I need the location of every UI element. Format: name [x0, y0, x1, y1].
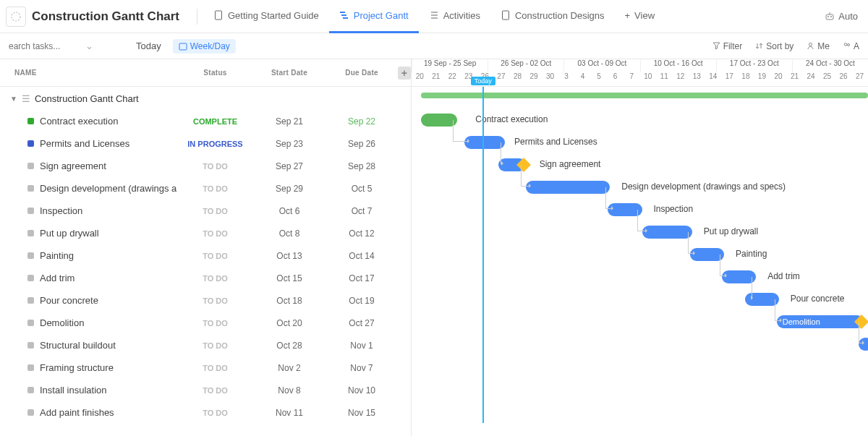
status-cell[interactable]: TO DO [177, 364, 253, 372]
tab-construction-designs[interactable]: Construction Designs [490, 0, 615, 33]
due-date-cell[interactable]: Oct 7 [326, 206, 398, 216]
start-date-cell[interactable]: Oct 8 [253, 228, 326, 239]
status-cell[interactable]: TO DO [177, 252, 253, 260]
start-date-cell[interactable]: Oct 20 [253, 318, 326, 328]
task-row[interactable]: PaintingTO DOOct 13Oct 14 [0, 244, 411, 267]
app-logo-button[interactable] [6, 7, 26, 27]
task-name-cell[interactable]: Painting [0, 250, 177, 261]
task-row[interactable]: Put up drywallTO DOOct 8Oct 12 [0, 222, 411, 244]
task-row[interactable]: Add paint finishesTO DONov 11Nov 15 [0, 401, 411, 424]
assignee-button[interactable]: A [843, 41, 859, 51]
task-bar[interactable] [526, 181, 610, 194]
due-date-cell[interactable]: Nov 1 [326, 341, 398, 351]
col-start[interactable]: Start Date [253, 69, 326, 77]
status-cell[interactable]: TO DO [177, 229, 253, 238]
col-due[interactable]: Due Date [326, 69, 398, 77]
task-name-cell[interactable]: Permits and Licenses [0, 138, 177, 149]
start-date-cell[interactable]: Nov 2 [253, 363, 326, 373]
status-cell[interactable]: TO DO [177, 207, 253, 215]
due-date-cell[interactable]: Sep 26 [326, 139, 398, 149]
status-cell[interactable]: TO DO [177, 184, 253, 193]
task-row[interactable]: Add trimTO DOOct 15Oct 17 [0, 267, 411, 289]
task-row[interactable]: Contract executionCOMPLETESep 21Sep 22 [0, 110, 411, 132]
sort-button[interactable]: Sort by [755, 41, 793, 51]
task-row[interactable]: Framing structureTO DONov 2Nov 7 [0, 356, 411, 379]
status-cell[interactable]: TO DO [177, 386, 253, 395]
due-date-cell[interactable]: Sep 28 [326, 161, 398, 171]
status-cell[interactable]: TO DO [177, 296, 253, 305]
start-date-cell[interactable]: Sep 21 [253, 116, 326, 127]
task-bar[interactable]: Demolition [777, 315, 864, 328]
search-input[interactable] [9, 41, 81, 51]
task-name-cell[interactable]: Add paint finishes [0, 407, 177, 418]
task-row[interactable]: InspectionTO DOOct 6Oct 7 [0, 200, 411, 222]
status-cell[interactable]: TO DO [177, 341, 253, 350]
col-status[interactable]: Status [177, 69, 253, 77]
task-name-cell[interactable]: Design development (drawings an... [0, 183, 177, 194]
gantt-row: Sign agreement [412, 154, 868, 176]
tab-getting-started-guide[interactable]: Getting Started Guide [203, 0, 329, 33]
status-cell[interactable]: IN PROGRESS [177, 140, 253, 148]
tab-activities[interactable]: Activities [419, 0, 490, 33]
task-row[interactable]: Install insulationTO DONov 8Nov 10 [0, 379, 411, 401]
tab-view[interactable]: +View [614, 0, 665, 33]
due-date-cell[interactable]: Sep 22 [326, 116, 398, 127]
due-date-cell[interactable]: Nov 7 [326, 363, 398, 373]
due-date-cell[interactable]: Nov 15 [326, 408, 398, 418]
status-cell[interactable]: TO DO [177, 409, 253, 417]
task-row[interactable]: Pour concreteTO DOOct 18Oct 19 [0, 289, 411, 312]
task-name-cell[interactable]: Install insulation [0, 385, 177, 396]
due-date-cell[interactable]: Nov 10 [326, 385, 398, 396]
add-column-button[interactable]: + [398, 67, 411, 80]
start-date-cell[interactable]: Sep 27 [253, 161, 326, 171]
day-header: 30 [542, 72, 558, 87]
task-row[interactable]: Sign agreementTO DOSep 27Sep 28 [0, 155, 411, 177]
summary-bar[interactable] [421, 93, 868, 98]
automation-button[interactable]: Auto [820, 11, 862, 22]
start-date-cell[interactable]: Oct 6 [253, 206, 326, 216]
task-row[interactable]: DemolitionTO DOOct 20Oct 27 [0, 312, 411, 334]
start-date-cell[interactable]: Sep 29 [253, 184, 326, 194]
zoom-weekday-button[interactable]: Week/Day [173, 39, 236, 54]
task-bar[interactable] [421, 114, 457, 127]
status-cell[interactable]: COMPLETE [177, 117, 253, 126]
day-header: 17 [721, 72, 738, 87]
task-name-cell[interactable]: Put up drywall [0, 228, 177, 239]
col-name[interactable]: NAME [0, 69, 177, 77]
task-name-cell[interactable]: Demolition [0, 317, 177, 328]
start-date-cell[interactable]: Nov 11 [253, 408, 326, 418]
chevron-down-icon[interactable]: ⌄ [85, 40, 93, 51]
task-row[interactable]: Design development (drawings an...TO DOS… [0, 177, 411, 200]
due-date-cell[interactable]: Oct 12 [326, 228, 398, 239]
due-date-cell[interactable]: Oct 17 [326, 273, 398, 283]
task-name-cell[interactable]: Pour concrete [0, 295, 177, 306]
task-row[interactable]: Structural buildoutTO DOOct 28Nov 1 [0, 334, 411, 356]
task-name-cell[interactable]: Structural buildout [0, 340, 177, 351]
status-cell[interactable]: TO DO [177, 162, 253, 171]
due-date-cell[interactable]: Oct 27 [326, 318, 398, 328]
start-date-cell[interactable]: Sep 23 [253, 139, 326, 149]
today-button[interactable]: Today [133, 39, 164, 53]
task-name-cell[interactable]: Contract execution [0, 116, 177, 127]
due-date-cell[interactable]: Oct 5 [326, 184, 398, 194]
status-cell[interactable]: TO DO [177, 319, 253, 328]
start-date-cell[interactable]: Oct 13 [253, 251, 326, 261]
start-date-cell[interactable]: Nov 8 [253, 385, 326, 396]
start-date-cell[interactable]: Oct 18 [253, 296, 326, 306]
task-name-cell[interactable]: Sign agreement [0, 161, 177, 171]
due-date-cell[interactable]: Oct 14 [326, 251, 398, 261]
status-cell[interactable]: TO DO [177, 274, 253, 283]
group-row[interactable]: ▼☰Construction Gantt Chart [0, 87, 411, 110]
tab-project-gantt[interactable]: Project Gantt [329, 0, 419, 33]
start-date-cell[interactable]: Oct 28 [253, 341, 326, 351]
task-name-cell[interactable]: Inspection [0, 205, 177, 216]
start-date-cell[interactable]: Oct 15 [253, 273, 326, 283]
me-button[interactable]: Me [807, 41, 830, 51]
task-row[interactable]: Permits and LicensesIN PROGRESSSep 23Sep… [0, 132, 411, 155]
filter-button[interactable]: Filter [712, 41, 743, 51]
task-name-cell[interactable]: Add trim [0, 273, 177, 283]
gantt-pane[interactable]: 19 Sep - 25 Sep26 Sep - 02 Oct03 Oct - 0… [412, 59, 868, 436]
task-bar[interactable] [642, 226, 692, 239]
task-name-cell[interactable]: Framing structure [0, 362, 177, 373]
due-date-cell[interactable]: Oct 19 [326, 296, 398, 306]
